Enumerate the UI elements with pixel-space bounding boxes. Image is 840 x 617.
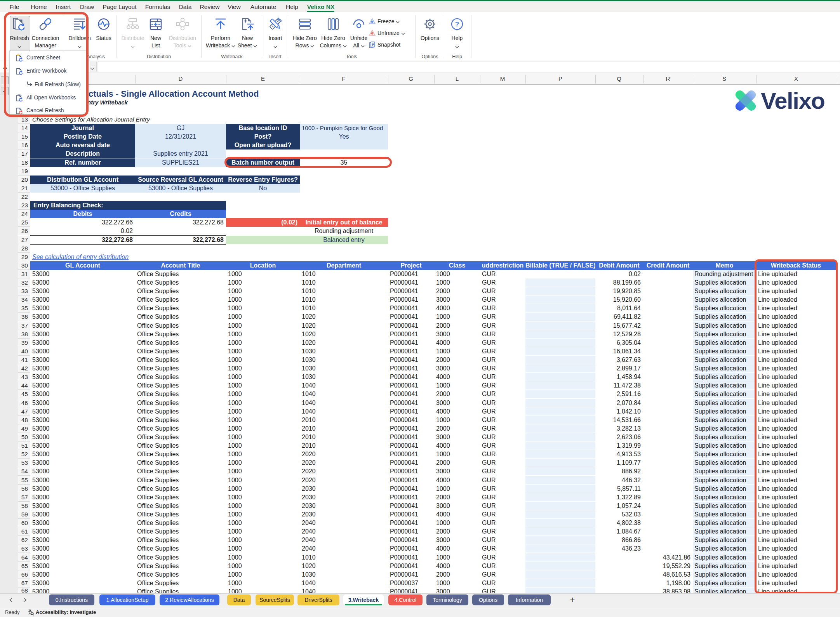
svg-text:?: ? <box>455 21 459 28</box>
